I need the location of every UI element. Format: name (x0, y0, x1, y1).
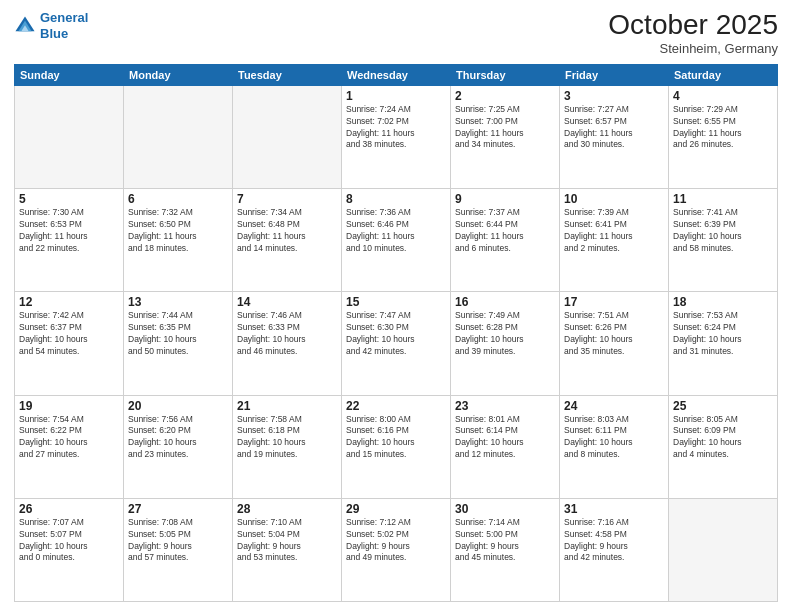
day-info: Sunrise: 7:30 AM Sunset: 6:53 PM Dayligh… (19, 207, 119, 255)
day-info: Sunrise: 7:54 AM Sunset: 6:22 PM Dayligh… (19, 414, 119, 462)
day-number: 12 (19, 295, 119, 309)
day-info: Sunrise: 7:39 AM Sunset: 6:41 PM Dayligh… (564, 207, 664, 255)
table-row: 10Sunrise: 7:39 AM Sunset: 6:41 PM Dayli… (560, 189, 669, 292)
day-number: 15 (346, 295, 446, 309)
day-info: Sunrise: 7:44 AM Sunset: 6:35 PM Dayligh… (128, 310, 228, 358)
table-row: 20Sunrise: 7:56 AM Sunset: 6:20 PM Dayli… (124, 395, 233, 498)
table-row: 30Sunrise: 7:14 AM Sunset: 5:00 PM Dayli… (451, 498, 560, 601)
week-row-3: 19Sunrise: 7:54 AM Sunset: 6:22 PM Dayli… (15, 395, 778, 498)
table-row (124, 85, 233, 188)
logo-text: General Blue (40, 10, 88, 41)
day-info: Sunrise: 7:42 AM Sunset: 6:37 PM Dayligh… (19, 310, 119, 358)
day-number: 27 (128, 502, 228, 516)
day-number: 29 (346, 502, 446, 516)
day-number: 6 (128, 192, 228, 206)
day-number: 11 (673, 192, 773, 206)
table-row: 9Sunrise: 7:37 AM Sunset: 6:44 PM Daylig… (451, 189, 560, 292)
table-row: 5Sunrise: 7:30 AM Sunset: 6:53 PM Daylig… (15, 189, 124, 292)
day-number: 1 (346, 89, 446, 103)
day-info: Sunrise: 7:12 AM Sunset: 5:02 PM Dayligh… (346, 517, 446, 565)
header-thursday: Thursday (451, 64, 560, 85)
day-info: Sunrise: 7:10 AM Sunset: 5:04 PM Dayligh… (237, 517, 337, 565)
table-row: 18Sunrise: 7:53 AM Sunset: 6:24 PM Dayli… (669, 292, 778, 395)
day-number: 21 (237, 399, 337, 413)
logo-general: General (40, 10, 88, 25)
table-row: 29Sunrise: 7:12 AM Sunset: 5:02 PM Dayli… (342, 498, 451, 601)
page: General Blue October 2025 Steinheim, Ger… (0, 0, 792, 612)
day-info: Sunrise: 7:51 AM Sunset: 6:26 PM Dayligh… (564, 310, 664, 358)
table-row: 14Sunrise: 7:46 AM Sunset: 6:33 PM Dayli… (233, 292, 342, 395)
day-number: 22 (346, 399, 446, 413)
table-row: 19Sunrise: 7:54 AM Sunset: 6:22 PM Dayli… (15, 395, 124, 498)
title-block: October 2025 Steinheim, Germany (608, 10, 778, 56)
day-info: Sunrise: 7:32 AM Sunset: 6:50 PM Dayligh… (128, 207, 228, 255)
calendar-table: Sunday Monday Tuesday Wednesday Thursday… (14, 64, 778, 602)
day-number: 19 (19, 399, 119, 413)
table-row: 26Sunrise: 7:07 AM Sunset: 5:07 PM Dayli… (15, 498, 124, 601)
calendar-header-row: Sunday Monday Tuesday Wednesday Thursday… (15, 64, 778, 85)
table-row: 1Sunrise: 7:24 AM Sunset: 7:02 PM Daylig… (342, 85, 451, 188)
day-info: Sunrise: 7:47 AM Sunset: 6:30 PM Dayligh… (346, 310, 446, 358)
day-number: 9 (455, 192, 555, 206)
table-row: 17Sunrise: 7:51 AM Sunset: 6:26 PM Dayli… (560, 292, 669, 395)
table-row (669, 498, 778, 601)
table-row: 4Sunrise: 7:29 AM Sunset: 6:55 PM Daylig… (669, 85, 778, 188)
logo-icon (14, 15, 36, 37)
header-saturday: Saturday (669, 64, 778, 85)
table-row (233, 85, 342, 188)
table-row: 3Sunrise: 7:27 AM Sunset: 6:57 PM Daylig… (560, 85, 669, 188)
day-info: Sunrise: 7:07 AM Sunset: 5:07 PM Dayligh… (19, 517, 119, 565)
day-info: Sunrise: 7:49 AM Sunset: 6:28 PM Dayligh… (455, 310, 555, 358)
table-row: 12Sunrise: 7:42 AM Sunset: 6:37 PM Dayli… (15, 292, 124, 395)
table-row: 28Sunrise: 7:10 AM Sunset: 5:04 PM Dayli… (233, 498, 342, 601)
day-number: 10 (564, 192, 664, 206)
table-row: 8Sunrise: 7:36 AM Sunset: 6:46 PM Daylig… (342, 189, 451, 292)
header-friday: Friday (560, 64, 669, 85)
table-row: 21Sunrise: 7:58 AM Sunset: 6:18 PM Dayli… (233, 395, 342, 498)
day-number: 14 (237, 295, 337, 309)
day-info: Sunrise: 8:03 AM Sunset: 6:11 PM Dayligh… (564, 414, 664, 462)
day-number: 18 (673, 295, 773, 309)
week-row-0: 1Sunrise: 7:24 AM Sunset: 7:02 PM Daylig… (15, 85, 778, 188)
day-info: Sunrise: 7:16 AM Sunset: 4:58 PM Dayligh… (564, 517, 664, 565)
logo-blue: Blue (40, 26, 68, 41)
day-info: Sunrise: 7:53 AM Sunset: 6:24 PM Dayligh… (673, 310, 773, 358)
table-row: 24Sunrise: 8:03 AM Sunset: 6:11 PM Dayli… (560, 395, 669, 498)
day-info: Sunrise: 7:24 AM Sunset: 7:02 PM Dayligh… (346, 104, 446, 152)
header: General Blue October 2025 Steinheim, Ger… (14, 10, 778, 56)
day-info: Sunrise: 7:27 AM Sunset: 6:57 PM Dayligh… (564, 104, 664, 152)
day-info: Sunrise: 7:36 AM Sunset: 6:46 PM Dayligh… (346, 207, 446, 255)
table-row: 27Sunrise: 7:08 AM Sunset: 5:05 PM Dayli… (124, 498, 233, 601)
day-number: 28 (237, 502, 337, 516)
day-info: Sunrise: 7:41 AM Sunset: 6:39 PM Dayligh… (673, 207, 773, 255)
day-info: Sunrise: 7:34 AM Sunset: 6:48 PM Dayligh… (237, 207, 337, 255)
table-row: 25Sunrise: 8:05 AM Sunset: 6:09 PM Dayli… (669, 395, 778, 498)
day-info: Sunrise: 7:37 AM Sunset: 6:44 PM Dayligh… (455, 207, 555, 255)
table-row: 16Sunrise: 7:49 AM Sunset: 6:28 PM Dayli… (451, 292, 560, 395)
table-row: 6Sunrise: 7:32 AM Sunset: 6:50 PM Daylig… (124, 189, 233, 292)
header-wednesday: Wednesday (342, 64, 451, 85)
day-number: 23 (455, 399, 555, 413)
day-number: 25 (673, 399, 773, 413)
day-number: 5 (19, 192, 119, 206)
day-info: Sunrise: 7:25 AM Sunset: 7:00 PM Dayligh… (455, 104, 555, 152)
header-tuesday: Tuesday (233, 64, 342, 85)
day-number: 13 (128, 295, 228, 309)
day-info: Sunrise: 7:46 AM Sunset: 6:33 PM Dayligh… (237, 310, 337, 358)
day-number: 31 (564, 502, 664, 516)
table-row: 13Sunrise: 7:44 AM Sunset: 6:35 PM Dayli… (124, 292, 233, 395)
day-number: 30 (455, 502, 555, 516)
day-number: 2 (455, 89, 555, 103)
week-row-2: 12Sunrise: 7:42 AM Sunset: 6:37 PM Dayli… (15, 292, 778, 395)
day-info: Sunrise: 7:14 AM Sunset: 5:00 PM Dayligh… (455, 517, 555, 565)
day-info: Sunrise: 7:56 AM Sunset: 6:20 PM Dayligh… (128, 414, 228, 462)
day-info: Sunrise: 7:58 AM Sunset: 6:18 PM Dayligh… (237, 414, 337, 462)
day-number: 26 (19, 502, 119, 516)
day-number: 24 (564, 399, 664, 413)
header-monday: Monday (124, 64, 233, 85)
calendar-title: October 2025 (608, 10, 778, 41)
calendar-subtitle: Steinheim, Germany (608, 41, 778, 56)
day-number: 8 (346, 192, 446, 206)
header-sunday: Sunday (15, 64, 124, 85)
day-info: Sunrise: 7:08 AM Sunset: 5:05 PM Dayligh… (128, 517, 228, 565)
